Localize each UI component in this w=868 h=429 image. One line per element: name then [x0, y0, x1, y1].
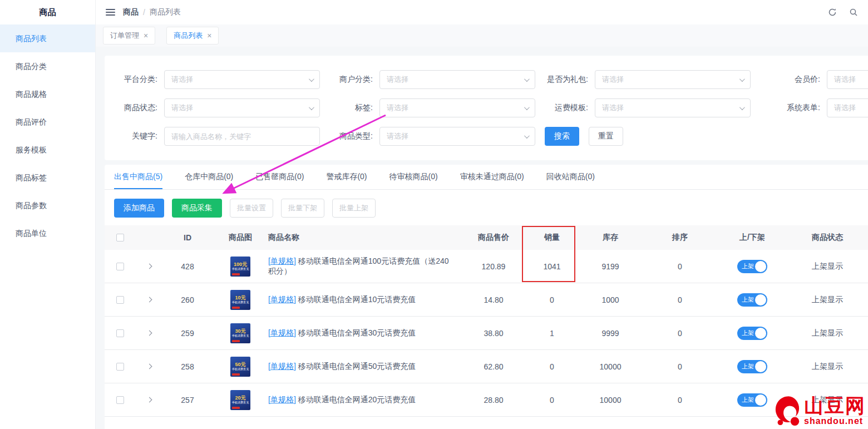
status-tab[interactable]: 审核未通过商品(0)	[460, 165, 524, 189]
content-area: 平台分类: 请选择 商户分类: 请选择	[96, 47, 868, 429]
action-button[interactable]: 批量上架	[332, 199, 376, 218]
reset-button[interactable]: 重置	[589, 127, 623, 146]
action-button[interactable]: 批量设置	[230, 199, 273, 218]
product-type-select[interactable]: 请选择	[379, 127, 535, 146]
table-row: 260 10元 手机话费直充 [单规格]移动联通电信全网通10元话费充值	[105, 283, 868, 317]
row-checkbox[interactable]	[116, 329, 124, 337]
sidebar-title: 商品	[0, 0, 95, 24]
table-body: 428 100元 手机话费直充 [单规格]移动联通电信全网通100元话费充值（送…	[105, 250, 868, 417]
product-image[interactable]: 100元 手机话费直充	[230, 257, 250, 277]
product-status: 上架显示	[786, 259, 868, 274]
on-off-toggle[interactable]: 上架	[737, 260, 767, 273]
product-image[interactable]: 10元 手机话费直充	[230, 290, 250, 310]
product-sort: 0	[641, 260, 719, 273]
status-tab-label: 警戒库存(0)	[326, 172, 367, 182]
keyword-label: 关键字:	[105, 131, 157, 141]
status-tab[interactable]: 出售中商品(5)	[114, 165, 162, 189]
product-price: 14.80	[463, 293, 524, 307]
refresh-icon[interactable]	[828, 8, 837, 17]
sidebar-item[interactable]: 商品列表	[0, 24, 95, 52]
row-checkbox[interactable]	[116, 263, 124, 270]
expand-row-icon[interactable]	[146, 331, 152, 336]
row-checkbox[interactable]	[116, 363, 124, 371]
filter-panel: 平台分类: 请选择 商户分类: 请选择	[105, 56, 868, 160]
hamburger-menu-icon[interactable]	[106, 9, 115, 16]
sidebar-item[interactable]: 商品规格	[0, 80, 95, 108]
breadcrumb-root[interactable]: 商品	[123, 7, 139, 17]
spec-tag[interactable]: [单规格]	[268, 362, 296, 371]
filter-select[interactable]: 请选择	[827, 98, 868, 117]
action-button[interactable]: 添加商品	[114, 199, 164, 218]
search-icon[interactable]	[849, 8, 858, 17]
on-off-toggle[interactable]: 上架	[737, 293, 767, 307]
product-image[interactable]: 30元 手机话费直充	[230, 323, 250, 343]
page-tab-label: 商品列表	[174, 31, 203, 41]
expand-row-icon[interactable]	[146, 397, 152, 403]
page-tab[interactable]: 订单管理 ×	[103, 27, 155, 45]
close-icon[interactable]: ×	[144, 31, 148, 40]
spec-tag[interactable]: [单规格]	[268, 328, 296, 337]
filter-select[interactable]: 请选择	[379, 70, 535, 89]
product-image[interactable]: 20元 手机话费直充	[230, 390, 250, 410]
status-tab[interactable]: 回收站商品(0)	[546, 165, 595, 189]
filter-select[interactable]: 请选择	[379, 98, 535, 117]
sidebar-item[interactable]: 商品单位	[0, 219, 95, 247]
chevron-down-icon	[524, 76, 530, 82]
product-sales: 0	[524, 360, 580, 373]
filter-select[interactable]: 请选择	[164, 70, 320, 89]
sidebar-item[interactable]: 服务模板	[0, 136, 95, 164]
product-sales: 1041	[524, 260, 580, 273]
chevron-down-icon	[309, 105, 314, 110]
status-tab-label: 回收站商品(0)	[546, 172, 595, 182]
row-checkbox[interactable]	[116, 396, 124, 404]
filter-select[interactable]: 请选择	[827, 70, 868, 89]
page-tab[interactable]: 商品列表 ×	[166, 27, 219, 45]
select-placeholder: 请选择	[387, 131, 408, 141]
action-button[interactable]: 商品采集	[172, 199, 222, 218]
search-button[interactable]: 搜索	[545, 127, 579, 146]
product-image[interactable]: 50元 手机话费直充	[230, 357, 250, 377]
spec-tag[interactable]: [单规格]	[268, 395, 296, 404]
filter-select[interactable]: 请选择	[164, 98, 320, 117]
action-buttons: 添加商品 商品采集 批量设置 批量下架 批量上架	[105, 190, 868, 225]
sidebar-item[interactable]: 商品评价	[0, 108, 95, 136]
filter-select[interactable]: 请选择	[595, 70, 751, 89]
filter-row-1: 平台分类: 请选择 商户分类: 请选择	[105, 70, 868, 89]
expand-row-icon[interactable]	[146, 297, 152, 303]
product-stock: 10000	[580, 393, 641, 407]
thumb-badge	[232, 407, 240, 409]
sidebar-item[interactable]: 商品分类	[0, 52, 95, 80]
expand-row-icon[interactable]	[146, 264, 152, 269]
expand-row-icon[interactable]	[146, 364, 152, 369]
filter-label: 标签:	[320, 103, 373, 113]
status-tab[interactable]: 待审核商品(0)	[389, 165, 438, 189]
close-icon[interactable]: ×	[207, 31, 211, 40]
sidebar-item[interactable]: 商品标签	[0, 164, 95, 191]
status-tab-label: 出售中商品(5)	[114, 172, 162, 182]
column-header-image: 商品图	[213, 230, 268, 245]
status-tab[interactable]: 已售罄商品(0)	[255, 165, 304, 189]
status-tab[interactable]: 仓库中商品(0)	[185, 165, 233, 189]
table-header: ID 商品图 商品名称 商品售价 销量 库存 排序 上/下架 商品状态	[105, 225, 868, 250]
toggle-knob	[755, 294, 766, 305]
on-off-toggle[interactable]: 上架	[737, 393, 767, 407]
on-off-toggle[interactable]: 上架	[737, 360, 767, 373]
keyword-input[interactable]	[164, 127, 320, 146]
filter-label: 运费模板:	[535, 103, 588, 113]
spec-tag[interactable]: [单规格]	[268, 257, 296, 265]
sidebar-item-label: 商品分类	[16, 62, 47, 71]
row-checkbox[interactable]	[116, 296, 124, 304]
on-off-toggle[interactable]: 上架	[737, 327, 767, 340]
column-header-name: 商品名称	[268, 230, 463, 245]
spec-tag[interactable]: [单规格]	[268, 295, 296, 304]
status-tab[interactable]: 警戒库存(0)	[326, 165, 367, 189]
product-list-panel: 出售中商品(5) 仓库中商品(0) 已售罄商品(0) 警戒库存(0)	[105, 165, 868, 429]
filter-label: 系统表单:	[751, 103, 820, 113]
select-all-checkbox[interactable]	[116, 234, 124, 241]
filter-group: 平台分类: 请选择	[105, 70, 320, 89]
filter-select[interactable]: 请选择	[595, 98, 751, 117]
sidebar-item[interactable]: 商品参数	[0, 191, 95, 219]
page-tab-label: 订单管理	[110, 31, 139, 41]
column-header-sales: 销量	[524, 230, 580, 245]
action-button[interactable]: 批量下架	[281, 199, 324, 218]
